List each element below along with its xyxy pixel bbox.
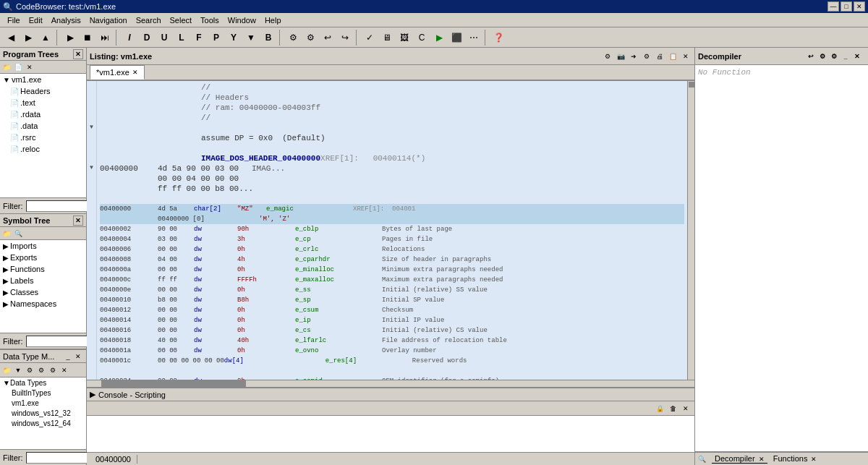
tree-item-text[interactable]: 📄 .text xyxy=(0,97,86,108)
tb-V[interactable]: ▼ xyxy=(243,30,259,46)
listing-btn-1[interactable]: ⚙ xyxy=(602,51,613,62)
symbol-namespaces[interactable]: ▶ Namespaces xyxy=(0,298,86,310)
listing-btn-arrow[interactable]: ➜ xyxy=(628,51,639,62)
tb-P[interactable]: P xyxy=(208,30,224,46)
dtype-tb-6[interactable]: ✕ xyxy=(59,365,69,375)
tb-I[interactable]: I xyxy=(122,30,137,46)
console-content[interactable] xyxy=(87,416,694,452)
tree-item-vm1[interactable]: ▼ vm1.exe xyxy=(0,74,86,85)
minimize-button[interactable]: — xyxy=(827,1,839,12)
symbol-exports[interactable]: ▶ Exports xyxy=(0,252,86,263)
menu-tools[interactable]: Tools xyxy=(196,14,224,26)
decompiler-tab-close[interactable]: ✕ xyxy=(759,456,765,463)
tb-btn-3[interactable]: ⏭ xyxy=(97,30,113,46)
pt-btn-2[interactable]: 📄 xyxy=(13,62,23,72)
symbol-imports[interactable]: ▶ Imports xyxy=(0,240,86,252)
dtype-tb-3[interactable]: ⚙ xyxy=(25,365,35,375)
st-btn-2[interactable]: 🔍 xyxy=(13,229,23,239)
tb-nav-2[interactable]: ⚙ xyxy=(302,30,318,46)
menu-edit[interactable]: Edit xyxy=(25,14,47,26)
tb-Y[interactable]: Y xyxy=(226,30,242,46)
tb-L[interactable]: L xyxy=(174,30,190,46)
listing-tab-vm1[interactable]: *vm1.exe ✕ xyxy=(90,65,145,80)
dtype-vm1[interactable]: vm1.exe xyxy=(0,398,86,408)
dtype-vs12-64[interactable]: windows_vs12_64 xyxy=(0,418,86,428)
tb-btn-2[interactable]: ⏹ xyxy=(80,30,95,46)
functions-tab-close[interactable]: ✕ xyxy=(811,456,817,463)
dtype-min[interactable]: _ xyxy=(63,351,73,362)
listing-btn-3[interactable]: ⚙ xyxy=(641,51,652,62)
tb-more[interactable]: ⋯ xyxy=(466,30,482,46)
decompiler-tab-decompiler[interactable]: Decompiler ✕ xyxy=(712,454,767,464)
menu-analysis[interactable]: Analysis xyxy=(47,14,85,26)
console-lock[interactable]: 🔒 xyxy=(654,403,665,414)
menu-select[interactable]: Select xyxy=(166,14,197,26)
st-btn-1[interactable]: 📁 xyxy=(1,229,12,239)
listing-vscroll[interactable] xyxy=(687,81,694,380)
collapse-arrow-2[interactable]: ▼ xyxy=(87,162,96,172)
tb-U[interactable]: U xyxy=(156,30,172,46)
tree-item-data[interactable]: 📄 .data xyxy=(0,120,86,132)
tb-c[interactable]: C xyxy=(414,30,430,46)
tb-extra[interactable]: ❓ xyxy=(490,30,506,46)
back-button[interactable]: ◀ xyxy=(3,30,19,46)
listing-btn-4[interactable]: 🖨 xyxy=(654,51,665,62)
tb-undo[interactable]: ↩ xyxy=(320,30,336,46)
pt-btn-1[interactable]: 📁 xyxy=(1,62,12,72)
listing-btn-2[interactable]: 📷 xyxy=(615,51,626,62)
collapse-arrow-1[interactable]: ▼ xyxy=(87,121,96,132)
close-button[interactable]: ✕ xyxy=(854,1,865,12)
dtype-tb-2[interactable]: ▼ xyxy=(13,365,23,375)
symbol-classes[interactable]: ▶ Classes xyxy=(0,286,86,298)
listing-hscroll[interactable] xyxy=(87,380,694,387)
menu-window[interactable]: Window xyxy=(224,14,260,26)
decompiler-btn-2[interactable]: ⚙ xyxy=(817,51,827,61)
console-clear[interactable]: 🗑 xyxy=(667,403,678,414)
tb-redo[interactable]: ↪ xyxy=(337,30,353,46)
tb-img[interactable]: 🖼 xyxy=(396,30,412,46)
tree-item-reloc[interactable]: 📄 .reloc xyxy=(0,143,86,155)
dtype-vs12-32[interactable]: windows_vs12_32 xyxy=(0,408,86,418)
up-button[interactable]: ▲ xyxy=(38,30,54,46)
decompiler-btn-1[interactable]: ↩ xyxy=(806,51,816,61)
listing-btn-5[interactable]: 📋 xyxy=(667,51,678,62)
decompiler-btn-close[interactable]: ✕ xyxy=(852,51,862,61)
tree-item-headers[interactable]: 📄 Headers xyxy=(0,85,86,97)
tb-D[interactable]: D xyxy=(139,30,155,46)
forward-button[interactable]: ▶ xyxy=(20,30,36,46)
dtype-builtins[interactable]: BuiltInTypes xyxy=(0,388,86,398)
symbol-functions[interactable]: ▶ Functions xyxy=(0,263,86,275)
tb-nav-1[interactable]: ⚙ xyxy=(285,30,301,46)
listing-tab-close[interactable]: ✕ xyxy=(132,69,138,76)
tb-screen[interactable]: 🖥 xyxy=(379,30,395,46)
symbol-labels[interactable]: ▶ Labels xyxy=(0,275,86,286)
listing-content-area[interactable]: // // Headers // ram: 00400000-004003ff … xyxy=(97,81,687,380)
menu-navigation[interactable]: Navigation xyxy=(85,14,132,26)
tb-stop[interactable]: ⬛ xyxy=(448,30,464,46)
listing-line-magic[interactable]: 00400000 4d 5a char[2] "MZ" e_magic XREF… xyxy=(100,204,684,214)
tb-btn-1[interactable]: ▶ xyxy=(62,30,78,46)
dtype-root[interactable]: ▼ Data Types xyxy=(0,377,86,388)
program-trees-close[interactable]: ✕ xyxy=(73,49,83,59)
listing-btn-close[interactable]: ✕ xyxy=(680,51,692,62)
dtype-close[interactable]: ✕ xyxy=(73,351,83,362)
dtype-tb-1[interactable]: 📁 xyxy=(1,365,12,375)
menu-help[interactable]: Help xyxy=(260,14,286,26)
decompiler-btn-3[interactable]: ⚙ xyxy=(829,51,839,61)
decompiler-tab-functions[interactable]: Functions ✕ xyxy=(770,454,820,464)
maximize-button[interactable]: □ xyxy=(841,1,852,12)
menu-search[interactable]: Search xyxy=(132,14,166,26)
tree-item-rdata[interactable]: 📄 .rdata xyxy=(0,108,86,120)
tb-F[interactable]: F xyxy=(191,30,207,46)
console-close[interactable]: ✕ xyxy=(680,403,692,414)
vscroll-thumb[interactable] xyxy=(689,82,694,88)
tree-item-rsrc[interactable]: 📄 .rsrc xyxy=(0,132,86,143)
dtype-tb-5[interactable]: ⚙ xyxy=(48,365,58,375)
tb-run[interactable]: ▶ xyxy=(431,30,447,46)
menu-file[interactable]: File xyxy=(3,14,25,26)
symbol-tree-close[interactable]: ✕ xyxy=(73,216,83,226)
decompiler-btn-min[interactable]: _ xyxy=(841,51,851,61)
dtype-tb-4[interactable]: ⚙ xyxy=(36,365,46,375)
pt-btn-3[interactable]: ✕ xyxy=(25,62,35,72)
tb-check[interactable]: ✓ xyxy=(362,30,378,46)
